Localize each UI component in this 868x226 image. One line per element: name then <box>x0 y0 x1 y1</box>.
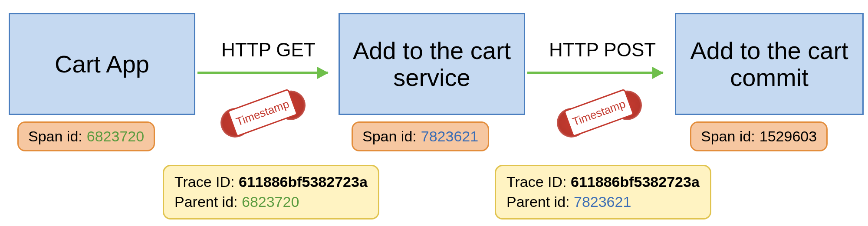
parent-id-label: Parent id: <box>506 193 570 210</box>
span-id-value: 7823621 <box>421 128 478 145</box>
trace-context-box: Trace ID: 611886bf5382723a Parent id: 68… <box>163 165 379 219</box>
service-box-cart-commit: Add to the cart commit <box>675 13 864 115</box>
stamp-label: Timestamp <box>564 88 635 137</box>
stamp-label: Timestamp <box>227 88 298 137</box>
timestamp-stamp: Timestamp <box>217 79 309 147</box>
span-id-label: Span id: <box>701 128 755 145</box>
service-box-cart-service: Add to the cart service <box>339 13 525 115</box>
span-id-box: Span id: 7823621 <box>352 121 489 151</box>
trace-id-value: 611886bf5382723a <box>239 174 368 190</box>
trace-id-label: Trace ID: <box>174 174 235 190</box>
span-id-value: 6823720 <box>87 128 144 145</box>
parent-id-value: 7823621 <box>574 193 631 210</box>
span-id-box: Span id: 1529603 <box>690 121 828 151</box>
arrow-post <box>527 72 663 74</box>
span-id-value: 1529603 <box>760 128 817 145</box>
span-id-label: Span id: <box>362 128 417 145</box>
http-method-label-get: HTTP GET <box>221 39 316 61</box>
service-title: Add to the cart service <box>349 37 515 91</box>
service-title: Add to the cart commit <box>685 37 854 91</box>
parent-id-value: 6823720 <box>242 193 299 210</box>
trace-context-box: Trace ID: 611886bf5382723a Parent id: 78… <box>495 165 711 219</box>
trace-id-label: Trace ID: <box>506 174 567 190</box>
timestamp-stamp: Timestamp <box>553 79 645 147</box>
span-id-box: Span id: 6823720 <box>17 121 155 151</box>
span-id-label: Span id: <box>28 128 82 145</box>
service-box-cart-app: Cart App <box>9 13 195 115</box>
arrow-get <box>197 72 328 74</box>
parent-id-label: Parent id: <box>174 193 238 210</box>
trace-diagram: Cart App Add to the cart service Add to … <box>4 9 864 217</box>
service-title: Cart App <box>55 51 149 78</box>
http-method-label-post: HTTP POST <box>549 39 656 61</box>
trace-id-value: 611886bf5382723a <box>571 174 700 190</box>
